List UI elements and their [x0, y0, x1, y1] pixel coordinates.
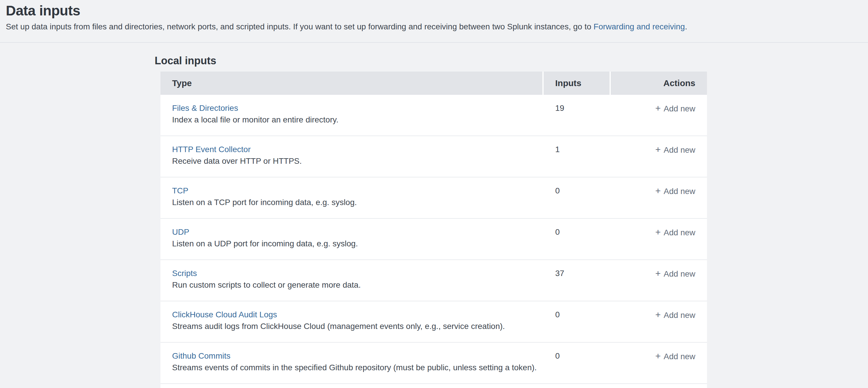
type-cell: TCP Listen on a TCP port for incoming da…: [160, 185, 542, 208]
add-new-button[interactable]: +Add new: [655, 144, 695, 156]
actions-cell: +Add new: [610, 226, 707, 239]
table-row: HTTP Event Collector Receive data over H…: [160, 136, 707, 177]
type-cell: UDP Listen on a UDP port for incoming da…: [160, 226, 542, 249]
add-new-label: Add new: [664, 104, 695, 113]
type-cell: Files & Directories Index a local file o…: [160, 102, 542, 126]
input-type-link[interactable]: UDP: [172, 226, 189, 238]
input-type-description: Streams events of commits in the specifi…: [172, 362, 542, 374]
inputs-count: 0: [542, 350, 610, 362]
column-header-type: Type: [160, 71, 542, 95]
plus-icon: +: [655, 309, 661, 321]
input-type-link[interactable]: Scripts: [172, 268, 197, 279]
add-new-label: Add new: [664, 228, 695, 237]
add-new-label: Add new: [664, 352, 695, 361]
plus-icon: +: [655, 226, 661, 238]
column-header-inputs: Inputs: [544, 71, 610, 95]
table-row: UDP Listen on a UDP port for incoming da…: [160, 219, 707, 260]
page-header: Data inputs Set up data inputs from file…: [0, 0, 868, 43]
table-row: Files & Directories Index a local file o…: [160, 95, 707, 136]
type-cell: Scripts Run custom scripts to collect or…: [160, 268, 542, 291]
inputs-count: 0: [542, 185, 610, 197]
subtitle-text: Set up data inputs from files and direct…: [6, 22, 594, 31]
inputs-count: 1: [542, 144, 610, 155]
input-type-link[interactable]: HTTP Event Collector: [172, 144, 251, 155]
add-new-button[interactable]: +Add new: [655, 309, 695, 321]
add-new-button[interactable]: +Add new: [655, 226, 695, 239]
table-body: Files & Directories Index a local file o…: [160, 95, 707, 384]
input-type-link[interactable]: ClickHouse Cloud Audit Logs: [172, 309, 277, 321]
forwarding-and-receiving-link[interactable]: Forwarding and receiving: [594, 22, 685, 31]
add-new-label: Add new: [664, 310, 695, 320]
inputs-count: 37: [542, 268, 610, 279]
partial-row: [160, 384, 707, 388]
page-title: Data inputs: [6, 2, 868, 19]
type-cell: ClickHouse Cloud Audit Logs Streams audi…: [160, 309, 542, 332]
local-inputs-table: Type Inputs Actions Files & Directories …: [160, 71, 707, 388]
actions-cell: +Add new: [610, 102, 707, 115]
subtitle-suffix: .: [685, 22, 687, 31]
inputs-count: 0: [542, 226, 610, 238]
plus-icon: +: [655, 350, 661, 362]
actions-cell: +Add new: [610, 185, 707, 197]
actions-cell: +Add new: [610, 309, 707, 321]
input-type-description: Streams audit logs from ClickHouse Cloud…: [172, 321, 542, 332]
input-type-description: Run custom scripts to collect or generat…: [172, 279, 542, 291]
table-header-row: Type Inputs Actions: [160, 71, 707, 95]
inputs-count: 19: [542, 102, 610, 114]
table-row: ClickHouse Cloud Audit Logs Streams audi…: [160, 301, 707, 342]
type-cell: Github Commits Streams events of commits…: [160, 350, 542, 374]
plus-icon: +: [655, 185, 661, 197]
plus-icon: +: [655, 102, 661, 114]
input-type-link[interactable]: TCP: [172, 185, 188, 197]
add-new-button[interactable]: +Add new: [655, 185, 695, 197]
table-row: Scripts Run custom scripts to collect or…: [160, 260, 707, 301]
actions-cell: +Add new: [610, 144, 707, 156]
input-type-link[interactable]: Github Commits: [172, 350, 230, 362]
input-type-description: Index a local file or monitor an entire …: [172, 114, 542, 126]
section-heading-local-inputs: Local inputs: [155, 54, 868, 67]
add-new-button[interactable]: +Add new: [655, 350, 695, 362]
inputs-count: 0: [542, 309, 610, 321]
content-area: Local inputs Type Inputs Actions Files &…: [0, 54, 868, 388]
input-type-link[interactable]: Files & Directories: [172, 102, 238, 114]
plus-icon: +: [655, 144, 661, 155]
add-new-button[interactable]: +Add new: [655, 102, 695, 115]
input-type-description: Listen on a UDP port for incoming data, …: [172, 238, 542, 249]
add-new-label: Add new: [664, 187, 695, 196]
type-cell: HTTP Event Collector Receive data over H…: [160, 144, 542, 167]
input-type-description: Listen on a TCP port for incoming data, …: [172, 197, 542, 208]
table-row: Github Commits Streams events of commits…: [160, 342, 707, 384]
add-new-label: Add new: [664, 145, 695, 154]
plus-icon: +: [655, 268, 661, 279]
table-row: TCP Listen on a TCP port for incoming da…: [160, 177, 707, 219]
input-type-description: Receive data over HTTP or HTTPS.: [172, 155, 542, 167]
column-header-actions: Actions: [611, 71, 707, 95]
actions-cell: +Add new: [610, 350, 707, 362]
actions-cell: +Add new: [610, 268, 707, 280]
add-new-button[interactable]: +Add new: [655, 268, 695, 280]
add-new-label: Add new: [664, 269, 695, 278]
page-subtitle: Set up data inputs from files and direct…: [6, 22, 868, 32]
